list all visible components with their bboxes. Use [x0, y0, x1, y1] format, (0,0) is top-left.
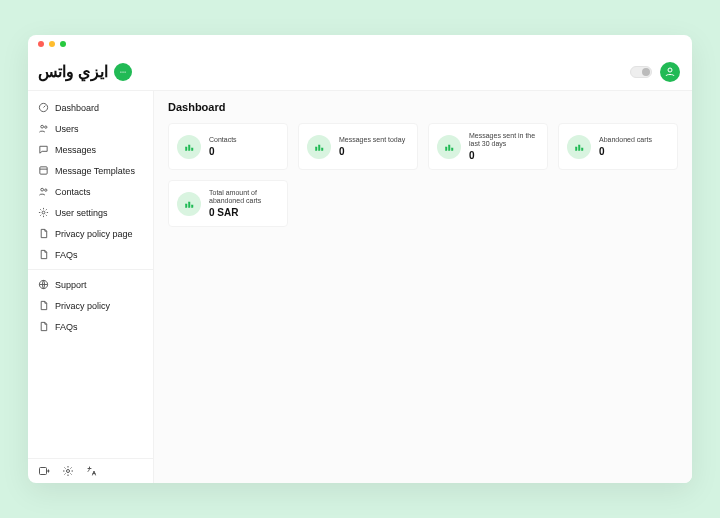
sidebar-item-label: Support	[55, 280, 87, 290]
svg-rect-15	[189, 145, 191, 151]
card-label: Abandoned carts	[599, 136, 652, 144]
brand-text: ايزي واتس	[38, 62, 108, 81]
app-window: ايزي واتس Dashboard	[28, 35, 692, 483]
topbar-right	[630, 62, 680, 82]
card-value: 0	[209, 146, 237, 157]
svg-rect-21	[449, 145, 451, 151]
users-icon	[38, 123, 49, 134]
app-body: Dashboard Users Messages Message Templat…	[28, 91, 692, 483]
sidebar-item-message-templates[interactable]: Message Templates	[28, 160, 153, 181]
window-minimize-icon[interactable]	[49, 41, 55, 47]
sidebar-item-dashboard[interactable]: Dashboard	[28, 97, 153, 118]
svg-rect-14	[186, 147, 188, 151]
sidebar-item-support[interactable]: Support	[28, 274, 153, 295]
svg-point-10	[42, 211, 45, 214]
collapse-icon[interactable]	[38, 465, 50, 477]
gear-icon	[38, 207, 49, 218]
sidebar-item-label: FAQs	[55, 250, 78, 260]
card-abandoned-carts: Abandoned carts 0	[558, 123, 678, 170]
sidebar-item-contacts[interactable]: Contacts	[28, 181, 153, 202]
svg-point-2	[125, 71, 126, 72]
page-title: Dashboard	[168, 101, 678, 113]
svg-rect-20	[446, 147, 448, 151]
svg-rect-16	[192, 148, 194, 151]
card-messages-today: Messages sent today 0	[298, 123, 418, 170]
svg-rect-18	[319, 145, 321, 151]
svg-point-3	[668, 68, 672, 72]
sidebar-divider	[28, 269, 153, 270]
sidebar: Dashboard Users Messages Message Templat…	[28, 91, 154, 483]
globe-icon	[38, 279, 49, 290]
card-label: Messages sent in the last 30 days	[469, 132, 539, 148]
card-abandoned-carts-total: Total amount of abandoned carts 0 SAR	[168, 180, 288, 227]
card-text: Messages sent today 0	[339, 136, 405, 157]
svg-point-13	[67, 470, 70, 473]
svg-rect-26	[186, 204, 188, 208]
chart-bar-icon	[177, 192, 201, 216]
svg-rect-27	[189, 202, 191, 208]
language-icon[interactable]	[86, 465, 98, 477]
sidebar-nav-main: Dashboard Users Messages Message Templat…	[28, 97, 153, 337]
sidebar-item-label: Privacy policy	[55, 301, 110, 311]
sidebar-item-label: Users	[55, 124, 79, 134]
sidebar-item-user-settings[interactable]: User settings	[28, 202, 153, 223]
window-zoom-icon[interactable]	[60, 41, 66, 47]
card-label: Contacts	[209, 136, 237, 144]
sidebar-item-privacy-policy[interactable]: Privacy policy	[28, 295, 153, 316]
file-icon	[38, 321, 49, 332]
sidebar-item-users[interactable]: Users	[28, 118, 153, 139]
card-text: Abandoned carts 0	[599, 136, 652, 157]
main-content: Dashboard Contacts 0 Messages sent today	[154, 91, 692, 483]
svg-rect-17	[316, 147, 318, 151]
gear-icon[interactable]	[62, 465, 74, 477]
svg-point-8	[41, 188, 44, 191]
template-icon	[38, 165, 49, 176]
sidebar-item-messages[interactable]: Messages	[28, 139, 153, 160]
chart-bar-icon	[437, 135, 461, 159]
message-icon	[38, 144, 49, 155]
card-text: Contacts 0	[209, 136, 237, 157]
sidebar-item-privacy-policy-page[interactable]: Privacy policy page	[28, 223, 153, 244]
brand-logo-icon	[114, 63, 132, 81]
sidebar-item-label: Dashboard	[55, 103, 99, 113]
sidebar-item-faqs[interactable]: FAQs	[28, 244, 153, 265]
svg-rect-23	[576, 147, 578, 151]
sidebar-toolbar	[28, 458, 153, 483]
svg-point-0	[121, 71, 122, 72]
sidebar-item-label: Message Templates	[55, 166, 135, 176]
card-label: Total amount of abandoned carts	[209, 189, 279, 205]
topbar: ايزي واتس	[28, 53, 692, 91]
svg-rect-28	[192, 205, 194, 208]
sidebar-item-label: Messages	[55, 145, 96, 155]
card-value: 0	[599, 146, 652, 157]
card-text: Total amount of abandoned carts 0 SAR	[209, 189, 279, 218]
file-icon	[38, 228, 49, 239]
sidebar-item-faqs-support[interactable]: FAQs	[28, 316, 153, 337]
svg-point-1	[123, 71, 124, 72]
gauge-icon	[38, 102, 49, 113]
sidebar-item-label: Contacts	[55, 187, 91, 197]
window-close-icon[interactable]	[38, 41, 44, 47]
users-icon	[38, 186, 49, 197]
svg-point-5	[41, 125, 44, 128]
chart-bar-icon	[177, 135, 201, 159]
svg-rect-19	[322, 148, 324, 151]
card-messages-30d: Messages sent in the last 30 days 0	[428, 123, 548, 170]
svg-rect-7	[40, 167, 47, 174]
card-text: Messages sent in the last 30 days 0	[469, 132, 539, 161]
window-titlebar	[28, 35, 692, 53]
brand[interactable]: ايزي واتس	[38, 62, 132, 81]
svg-point-6	[45, 126, 47, 128]
user-avatar[interactable]	[660, 62, 680, 82]
svg-rect-12	[40, 468, 47, 475]
theme-toggle[interactable]	[630, 66, 652, 78]
svg-rect-24	[579, 145, 581, 151]
stats-cards: Contacts 0 Messages sent today 0	[168, 123, 678, 227]
chart-bar-icon	[567, 135, 591, 159]
file-icon	[38, 300, 49, 311]
sidebar-item-label: FAQs	[55, 322, 78, 332]
card-value: 0	[469, 150, 539, 161]
card-contacts: Contacts 0	[168, 123, 288, 170]
chart-bar-icon	[307, 135, 331, 159]
svg-rect-22	[452, 148, 454, 151]
